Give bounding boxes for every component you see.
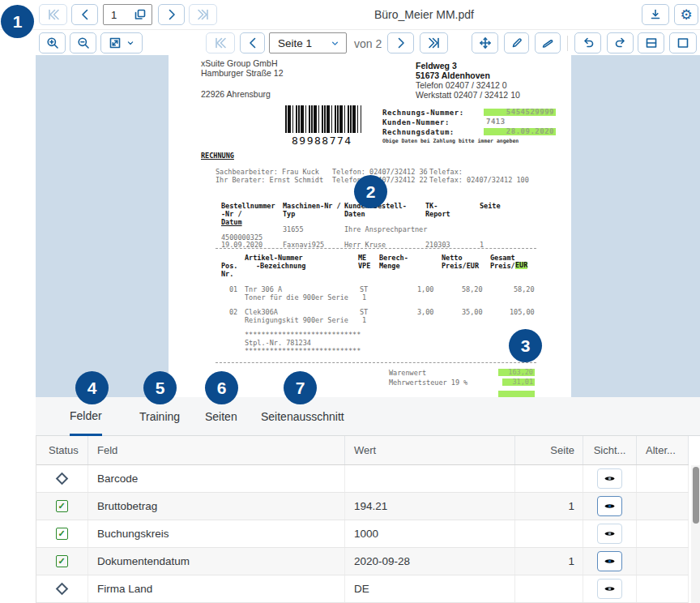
annotation-badge-5: 5 [143,371,177,404]
invoice-text: Kunden-Nummer: [382,119,450,126]
last-page-button[interactable] [420,32,448,53]
split-view-button[interactable] [638,32,664,53]
pencil-icon [510,36,523,49]
column-header-sichtbar[interactable]: Sicht... [583,436,637,464]
invoice-text: 58,20 [514,286,535,293]
table-row-dokumentendatum[interactable]: Dokumentendatum 2020-09-28 1 [36,548,689,575]
invoice-text: 51673 Aldenhoven [416,71,490,80]
column-header-status[interactable]: Status [36,436,88,464]
zoom-in-button[interactable] [39,32,66,53]
zoom-out-button[interactable] [70,32,96,53]
invoice-text: Ihr Berater: Ernst Schmidt [216,177,323,184]
first-document-button[interactable] [39,4,67,25]
tab-bar: Felder Training Seiten Seitenausschnitt [36,397,700,436]
invoice-text: Seite [480,203,501,210]
document-viewer: xSuite Group GmbHHamburger Straße 122292… [36,55,700,397]
invoice-text: 28.09.2020 [484,128,556,135]
last-document-button[interactable] [189,4,217,25]
xsuite-document-viewer: 1 Büro_Meier MM.pdf ⚙ Seite 1 von 2 [0,0,700,603]
download-icon [649,8,662,21]
visibility-off-button[interactable] [597,579,622,599]
viewer-toolbar: Seite 1 von 2 [0,30,700,55]
visibility-on-button[interactable] [597,551,622,571]
invoice-text: Rechnungsdatum: [382,129,455,136]
visibility-on-button[interactable] [597,496,622,516]
invoice-text: -Bezeichnung [256,263,305,270]
visibility-off-button[interactable] [597,468,622,489]
column-header-wert[interactable]: Wert [345,436,515,464]
invoice-text: Stpl.-Nr. 781234 [245,340,311,347]
invoice-text: 210303 [425,242,450,249]
erase-annotation-button[interactable] [535,32,561,53]
single-view-button[interactable] [669,32,697,53]
invoice-text: Netto [442,254,463,262]
barcode-image [285,105,361,133]
invoice-text: Telefax: [429,169,463,176]
invoice-text: 3,00 [417,309,433,316]
invoice-text: ST [360,286,368,293]
invoice-text: Tnr 306 A [245,286,282,293]
invoice-text: 31,01 [502,378,535,386]
fit-mode-dropdown-button[interactable] [100,32,143,53]
page-select[interactable]: Seite 1 [269,32,347,53]
table-row-buchungskreis[interactable]: Buchungskreis 1000 [36,520,689,548]
annotation-badge-2: 2 [354,175,387,208]
next-page-button[interactable] [387,32,414,53]
invoice-text: Hamburger Straße 12 [201,69,284,78]
invoice-text: 1 [480,242,484,249]
invoice-text: Maschinen-Nr / [283,203,341,210]
invoice-text: 89988774 [292,135,352,146]
sort-ascending-icon[interactable] [322,444,333,457]
invoice-text: Bestellnummer [221,203,275,210]
previous-document-button[interactable] [71,4,98,25]
column-header-feld[interactable]: Feld [88,436,345,464]
fields-table: Status Feld Wert Seite Sicht... Alter...… [36,436,700,603]
document-number-input[interactable]: 1 [103,4,152,25]
invoice-text: Sachbearbeiter: Frau Kuck [216,169,319,176]
split-horizontal-icon [645,36,658,49]
invoice-text: Herr Kruse [344,242,386,249]
invoice-text: **************************** [245,348,361,355]
zoom-in-icon [46,36,59,49]
invoice-text: VPE [358,263,370,270]
invoice-text: Typ [283,211,295,218]
column-header-seite[interactable]: Seite [515,436,583,464]
undo-button[interactable] [574,32,601,53]
first-page-button[interactable] [206,32,235,53]
invoice-text: ST [360,309,368,316]
draw-annotation-button[interactable] [504,32,529,53]
settings-button[interactable]: ⚙ [674,4,698,25]
visibility-off-button[interactable] [597,524,622,544]
table-scrollbar[interactable] [691,465,700,603]
table-row-barcode[interactable]: Barcode [36,465,689,493]
undo-icon [582,36,595,49]
invoice-text: Preis/EUR [442,263,479,270]
invoice-text: ME [358,254,366,262]
invoice-text: Artikel-Nummer [245,254,303,262]
previous-page-button[interactable] [240,32,265,53]
invoice-text: Reinigungskit 900er Serie [245,317,348,324]
table-row-bruttobetrag[interactable]: Bruttobetrag 194.21 1 [36,493,689,520]
redo-button[interactable] [607,32,634,53]
table-header: Status Feld Wert Seite Sicht... Alter... [36,436,689,465]
next-document-button[interactable] [158,4,185,25]
chevron-down-icon [126,38,135,48]
table-row-firma-land[interactable]: Firma Land DE [36,575,689,603]
invoice-text: Toner für die 900er Serie [245,294,348,302]
invoice-text: Ihre Ansprechpartner [344,226,427,233]
invoice-text: Daten [344,211,365,218]
scrollbar-thumb[interactable] [693,467,699,524]
annotation-badge-4: 4 [75,371,109,404]
invoice-text: Telefon 02407 / 32412 0 [416,81,507,90]
invoice-text: 1,00 [417,286,433,293]
invoice-text: Mehrwertsteuer 19 % [389,379,467,387]
pan-button[interactable] [472,32,498,53]
invoice-text: 35,00 [462,309,483,316]
invoice-text: 31655 [283,226,304,233]
download-button[interactable] [642,4,669,25]
column-header-alternativen[interactable]: Alter... [637,436,689,464]
invoice-text: TK- [425,203,438,210]
copy-page-icon[interactable] [134,8,147,21]
gear-icon: ⚙ [680,8,692,22]
invoice-text: 105,00 [510,309,535,316]
